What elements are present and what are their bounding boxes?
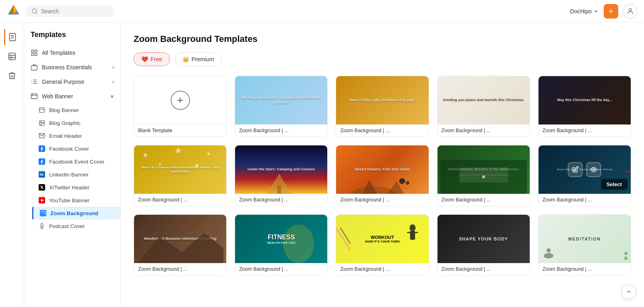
nav-right: DocHipo + bbox=[570, 4, 638, 19]
svg-rect-30 bbox=[39, 108, 44, 112]
search-bar[interactable] bbox=[26, 6, 114, 17]
template-card-t9[interactable]: Seas the Day: Ocean Breezes Ahead Select… bbox=[538, 145, 631, 206]
web-icon bbox=[31, 93, 38, 100]
edit-icon-btn[interactable] bbox=[568, 162, 582, 177]
search-icon bbox=[31, 8, 38, 15]
web-banner-subitems: Blog Banner Blog Graphic Email Header Fa… bbox=[24, 104, 120, 232]
scroll-up-icon bbox=[625, 288, 632, 295]
sidebar-icon-trash[interactable] bbox=[4, 68, 20, 84]
sidebar-item-twitter-header[interactable]: X/Twitter Header bbox=[32, 181, 120, 194]
template-grid: + Blank Template Wishing you a joyous an… bbox=[134, 76, 631, 276]
zoom-icon bbox=[40, 210, 46, 216]
top-navigation: DocHipo + bbox=[0, 0, 644, 23]
svg-text:★: ★ bbox=[194, 162, 200, 169]
blank-template-thumb: + bbox=[134, 76, 226, 124]
svg-marker-64 bbox=[137, 233, 223, 263]
svg-rect-11 bbox=[8, 53, 15, 60]
sidebar-item-blog-graphic[interactable]: Blog Graphic bbox=[32, 116, 120, 129]
template-card-blank[interactable]: + Blank Template bbox=[134, 76, 227, 137]
svg-rect-68 bbox=[407, 232, 411, 233]
template-card-t3[interactable]: Sending you peace and warmth this Christ… bbox=[437, 76, 530, 137]
sidebar-item-podcast-cover[interactable]: Podcast Cover bbox=[32, 220, 120, 232]
svg-rect-69 bbox=[415, 232, 418, 233]
svg-rect-17 bbox=[31, 54, 33, 56]
sidebar-item-blog-banner[interactable]: Blog Banner bbox=[32, 104, 120, 116]
template-card-t14[interactable]: MEDITATION Zoom Background | ... bbox=[538, 214, 631, 276]
sidebar-item-facebook-cover[interactable]: Facebook Cover bbox=[32, 142, 120, 155]
svg-line-5 bbox=[36, 12, 37, 14]
template-card-t7[interactable]: Desert Dreams: Find Your Oasis Zoom Back… bbox=[336, 145, 429, 206]
app-logo[interactable] bbox=[6, 3, 21, 19]
create-plus-button[interactable]: + bbox=[604, 4, 618, 19]
youtube-icon bbox=[39, 197, 45, 203]
t4-label: Zoom Background | ... bbox=[539, 124, 631, 137]
svg-point-4 bbox=[32, 9, 37, 13]
sidebar-label-podcast-cover: Podcast Cover bbox=[49, 223, 85, 229]
template-card-t4[interactable]: May this Christmas fill the day... Zoom … bbox=[538, 76, 631, 137]
t7-thumb: Desert Dreams: Find Your Oasis bbox=[336, 145, 428, 194]
sidebar-item-youtube-banner[interactable]: YouTube Banner bbox=[32, 194, 120, 207]
sidebar-label-linkedin-banner: LinkedIn Banner bbox=[49, 172, 89, 178]
svg-marker-53 bbox=[362, 179, 377, 194]
svg-text:★: ★ bbox=[206, 150, 211, 157]
filter-tab-free[interactable]: ❤️ Free bbox=[134, 52, 170, 66]
filter-tab-premium[interactable]: 👑 Premium bbox=[175, 52, 222, 66]
preview-icon-btn[interactable] bbox=[586, 162, 601, 177]
twitter-x-icon bbox=[39, 184, 45, 191]
template-card-t6[interactable]: Under the Stars: Camping and Cosmos Zoom… bbox=[235, 145, 328, 206]
sidebar-item-linkedin-banner[interactable]: LinkedIn Banner bbox=[32, 168, 120, 181]
sidebar-item-zoom-background[interactable]: Zoom Background bbox=[32, 207, 120, 220]
select-button[interactable]: Select bbox=[601, 179, 627, 190]
svg-rect-15 bbox=[31, 50, 33, 52]
sidebar-item-email-header[interactable]: Email Header bbox=[32, 129, 120, 142]
user-avatar[interactable] bbox=[623, 4, 638, 19]
chevron-down-icon-web: ∨ bbox=[110, 93, 114, 99]
t3-label: Zoom Background | ... bbox=[438, 124, 530, 137]
svg-text:★: ★ bbox=[158, 162, 162, 166]
svg-rect-19 bbox=[31, 66, 37, 70]
sidebar-label-facebook-event-cover: Facebook Event Cover bbox=[49, 159, 104, 165]
t6-label: Zoom Background | ... bbox=[235, 194, 327, 206]
template-card-t12[interactable]: WORKOUT NOW IT'S YOUR TURN Zoom Backgrou… bbox=[336, 214, 429, 276]
svg-point-60 bbox=[482, 175, 485, 178]
template-card-t10[interactable]: WanderLust Because Adventure is Calling … bbox=[134, 214, 227, 276]
nav-sidebar: Templates All Templates Business Essenti… bbox=[24, 23, 121, 307]
svg-point-55 bbox=[399, 178, 405, 184]
t10-thumb: WanderLust Because Adventure is Calling bbox=[134, 215, 226, 263]
svg-text:★: ★ bbox=[142, 151, 149, 159]
sidebar-item-all-templates[interactable]: All Templates bbox=[24, 46, 120, 60]
free-heart-icon: ❤️ bbox=[141, 56, 148, 62]
sidebar-item-facebook-event-cover[interactable]: Facebook Event Cover bbox=[32, 155, 120, 168]
svg-point-61 bbox=[593, 169, 595, 171]
blank-plus-icon: + bbox=[171, 91, 190, 110]
sidebar-item-web-banner[interactable]: Web Banner ∨ bbox=[24, 89, 120, 104]
template-card-t13[interactable]: SHAPE YOUR BODY Zoom Background | ... bbox=[437, 214, 530, 276]
filter-tab-free-label: Free bbox=[151, 56, 162, 62]
t14-thumb: MEDITATION bbox=[539, 215, 631, 263]
scroll-to-top-button[interactable] bbox=[621, 284, 636, 299]
template-card-t1[interactable]: Wishing you a joyous and peaceful Christ… bbox=[235, 76, 328, 137]
svg-rect-67 bbox=[410, 231, 415, 240]
sidebar-label-blog-graphic: Blog Graphic bbox=[49, 120, 80, 126]
svg-point-73 bbox=[544, 253, 553, 258]
template-card-t11[interactable]: FITNESS HEALTH FOR LIFE Zoom Background … bbox=[235, 214, 328, 276]
t9-thumb: Seas the Day: Ocean Breezes Ahead Select bbox=[539, 145, 631, 194]
content-area: Zoom Background Templates ❤️ Free 👑 Prem… bbox=[121, 23, 644, 307]
search-input[interactable] bbox=[41, 8, 101, 15]
blog-graphic-icon bbox=[39, 120, 45, 126]
svg-rect-18 bbox=[35, 54, 37, 56]
t11-thumb: FITNESS HEALTH FOR LIFE bbox=[235, 215, 327, 263]
brand-name[interactable]: DocHipo bbox=[570, 8, 599, 15]
icon-sidebar bbox=[0, 23, 24, 307]
template-card-t5[interactable]: Here's to a season filled with warmth, c… bbox=[134, 145, 227, 206]
sidebar-icon-document[interactable] bbox=[4, 29, 20, 45]
template-card-t8[interactable]: Forest Retreat: Breathe in the Wildernes… bbox=[437, 145, 530, 206]
svg-rect-16 bbox=[35, 50, 37, 52]
sidebar-item-business-essentials[interactable]: Business Essentials › bbox=[24, 60, 120, 75]
t1-thumb: Wishing you a joyous and peaceful Christ… bbox=[235, 76, 327, 124]
t2-label: Zoom Background | ... bbox=[336, 124, 428, 137]
sidebar-icon-file[interactable] bbox=[4, 48, 20, 64]
t4-thumb: May this Christmas fill the day... bbox=[539, 76, 631, 124]
template-card-t2[interactable]: Have a holly, jolly Christmas this year!… bbox=[336, 76, 429, 137]
sidebar-item-general-purpose[interactable]: General Purpose › bbox=[24, 75, 120, 89]
